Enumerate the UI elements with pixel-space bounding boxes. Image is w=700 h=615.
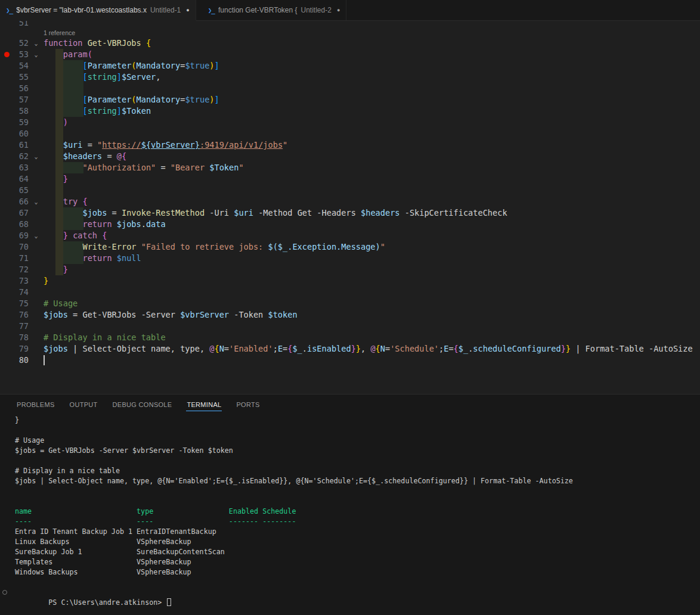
breakpoint-area[interactable] — [0, 185, 13, 196]
command-decoration-icon[interactable] — [2, 590, 7, 595]
code-line[interactable]: 61 $uri = "https://${vbrServer}:9419/api… — [0, 139, 700, 151]
fold-chevron-icon[interactable]: ⌄ — [29, 38, 44, 49]
code-line[interactable]: 64 } — [0, 173, 700, 185]
codelens-references[interactable]: 1 reference — [0, 29, 700, 38]
breakpoint-area[interactable] — [0, 94, 13, 105]
code-line[interactable]: 63 "Authorization" = "Bearer $Token" — [0, 162, 700, 173]
gutter: 57 — [0, 94, 44, 105]
fold-chevron-icon[interactable]: ⌄ — [29, 49, 44, 60]
panel-tab-debug-console[interactable]: DEBUG CONSOLE — [112, 397, 173, 411]
fold-chevron-icon[interactable]: ⌄ — [29, 151, 44, 162]
breakpoint-area[interactable] — [0, 332, 13, 343]
breakpoint-area[interactable] — [0, 38, 13, 49]
code-line[interactable]: 62⌄ $headers = @{ — [0, 151, 700, 162]
editor-tab[interactable]: ❯_function Get-VBRToken {Untitled-2● — [202, 0, 347, 20]
token: try — [63, 197, 83, 206]
code-line[interactable]: 59 ) — [0, 117, 700, 128]
breakpoint-area[interactable] — [0, 241, 13, 253]
terminal-output[interactable]: }# Usage$jobs = Get-VBRJobs -Server $vbr… — [0, 414, 700, 598]
code-line[interactable]: 52⌄function Get-VBRJobs { — [0, 38, 700, 49]
breakpoint-area[interactable] — [0, 162, 13, 173]
token — [44, 253, 82, 263]
fold-chevron-icon[interactable]: ⌄ — [29, 196, 44, 207]
breakpoint-area[interactable] — [0, 219, 13, 230]
fold-spacer — [29, 83, 44, 94]
tokens: } — [44, 276, 48, 285]
code-line[interactable]: 75# Usage — [0, 298, 700, 309]
table-row: Entra ID Tenant Backup Job 1 EntraIDTena… — [0, 527, 700, 537]
breakpoint-area[interactable] — [0, 253, 13, 264]
tokens: [Parameter(Mandatory=$true)] — [44, 61, 219, 70]
code-line[interactable]: 78# Display in a nice table — [0, 332, 700, 343]
breakpoint-area[interactable] — [0, 321, 13, 332]
code-line[interactable]: 80 — [0, 355, 700, 366]
code-line[interactable]: 60 — [0, 128, 700, 139]
token: Mandatory — [137, 95, 181, 104]
fold-chevron-icon[interactable]: ⌄ — [29, 230, 44, 241]
code-line[interactable]: 73} — [0, 275, 700, 287]
code-line[interactable]: 77 — [0, 321, 700, 332]
breakpoint-area[interactable] — [0, 128, 13, 139]
breakpoint-area[interactable] — [0, 275, 13, 287]
token: { — [146, 38, 151, 48]
breakpoint-area[interactable] — [0, 72, 13, 83]
token: function — [44, 38, 88, 48]
code-line[interactable]: 66⌄ try { — [0, 196, 700, 207]
code-line[interactable]: 79$jobs | Select-Object name, type, @{N=… — [0, 343, 700, 355]
breakpoint-area[interactable] — [0, 196, 13, 207]
code-editor[interactable]: 511 reference52⌄function Get-VBRJobs {53… — [0, 21, 700, 394]
line-number: 62 — [13, 151, 29, 162]
code-line[interactable]: 74 — [0, 287, 700, 298]
code-line[interactable]: 56 — [0, 83, 700, 94]
code-line[interactable]: 69⌄ } catch { — [0, 230, 700, 241]
tokens: function Get-VBRJobs { — [44, 38, 151, 48]
breakpoint-area[interactable] — [0, 151, 13, 162]
breakpoint-icon — [4, 52, 10, 57]
breakpoint-area[interactable] — [0, 264, 13, 275]
code-line[interactable]: 51 — [0, 21, 700, 29]
breakpoint-area[interactable] — [0, 21, 13, 29]
breakpoint-area[interactable] — [0, 298, 13, 309]
breakpoint-area[interactable] — [0, 139, 13, 151]
line-number: 61 — [13, 139, 29, 151]
code-line[interactable]: 67 $jobs = Invoke-RestMethod -Uri $uri -… — [0, 207, 700, 219]
token: -Method Get -Headers — [253, 208, 361, 218]
line-number: 60 — [13, 128, 29, 139]
breakpoint-area[interactable] — [0, 105, 13, 117]
breakpoint-area[interactable] — [0, 117, 13, 128]
code-line[interactable]: 65 — [0, 185, 700, 196]
breakpoint-area[interactable] — [0, 83, 13, 94]
code-line[interactable]: 54 [Parameter(Mandatory=$true)] — [0, 60, 700, 72]
breakpoint-area[interactable] — [0, 173, 13, 185]
tokens: "Authorization" = "Bearer $Token" — [44, 163, 244, 172]
breakpoint-area[interactable] — [0, 207, 13, 219]
token: $uri — [63, 140, 83, 150]
panel-tab-problems[interactable]: PROBLEMS — [16, 397, 55, 411]
code-line[interactable]: 53⌄ param( — [0, 49, 700, 60]
panel-tab-ports[interactable]: PORTS — [236, 397, 260, 411]
breakpoint-area[interactable] — [0, 49, 13, 60]
code-line[interactable]: 57 [Parameter(Mandatory=$true)] — [0, 94, 700, 105]
editor-tab[interactable]: ❯_$vbrServer = "lab-vbr-01.westcoastlabs… — [0, 0, 196, 21]
token: ; — [273, 344, 278, 353]
fold-spacer — [29, 332, 44, 343]
code-line[interactable]: 72 } — [0, 264, 700, 275]
breakpoint-area[interactable] — [0, 60, 13, 72]
breakpoint-area[interactable] — [0, 287, 13, 298]
breakpoint-area[interactable] — [0, 230, 13, 241]
breakpoint-area[interactable] — [0, 355, 13, 366]
panel-tab-output[interactable]: OUTPUT — [69, 397, 98, 411]
code-line[interactable]: 76$jobs = Get-VBRJobs -Server $vbrServer… — [0, 309, 700, 321]
breakpoint-area[interactable] — [0, 343, 13, 355]
breakpoint-area[interactable] — [0, 309, 13, 321]
token — [44, 106, 82, 116]
code-line[interactable]: 55 [string]$Server, — [0, 72, 700, 83]
code-line[interactable]: 70 Write-Error "Failed to retrieve jobs:… — [0, 241, 700, 253]
code-line[interactable]: 68 return $jobs.data — [0, 219, 700, 230]
code-line[interactable]: 71 return $null — [0, 253, 700, 264]
line-content: } — [44, 275, 700, 287]
line-number: 69 — [13, 230, 29, 241]
token: @ — [370, 344, 375, 353]
panel-tab-terminal[interactable]: TERMINAL — [186, 397, 222, 411]
code-line[interactable]: 58 [string]$Token — [0, 105, 700, 117]
